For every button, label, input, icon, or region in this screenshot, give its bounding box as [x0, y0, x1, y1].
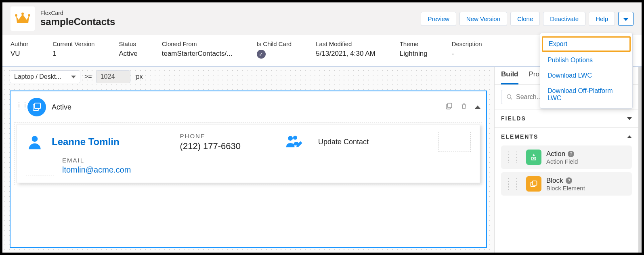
svg-point-7 [32, 136, 38, 142]
phone-value: (212) 177-6630 [180, 141, 241, 152]
canvas-area: Laptop / Deskt... >= px ⋮⋮⋮⋮ Active [2, 67, 494, 253]
meta-child-label: Is Child Card [257, 40, 292, 47]
meta-status-value: Active [119, 50, 137, 58]
svg-point-1 [21, 13, 24, 15]
placeholder-slot[interactable] [438, 132, 471, 152]
state-label: Active [52, 103, 439, 112]
svg-point-0 [15, 14, 17, 17]
element-subtitle: Action Field [546, 158, 578, 165]
cards-icon [32, 102, 42, 112]
canvas-toolbar: Laptop / Deskt... >= px [2, 67, 494, 86]
block-icon [526, 176, 541, 192]
app-icon [10, 6, 35, 31]
chevron-up-icon [627, 135, 632, 138]
meta-version-label: Current Version [52, 40, 94, 47]
clone-button[interactable]: Clone [510, 12, 540, 26]
update-contact-label[interactable]: Update Contact [318, 138, 369, 146]
element-item-block[interactable]: ⋮⋮⋮⋮⋮⋮ Block? Block Element [501, 172, 632, 196]
meta-modified-label: Last Modified [316, 40, 375, 47]
meta-theme-label: Theme [400, 40, 428, 47]
fields-section-header[interactable]: FIELDS [495, 109, 638, 127]
card-outline[interactable]: Leanne Tomlin PHONE (212) 177-6630 Updat… [15, 122, 482, 185]
header-bar: FlexCard sampleContacts Preview New Vers… [2, 2, 642, 35]
meta-cloned-value: teamStarterContacts/... [162, 50, 233, 58]
element-title: Action [546, 150, 565, 158]
contacts-edit-icon [285, 134, 303, 150]
chevron-down-icon [71, 76, 76, 78]
preview-button[interactable]: Preview [421, 12, 456, 26]
chevron-down-icon [627, 117, 632, 120]
drag-handle-icon[interactable]: ⋮⋮⋮⋮⋮⋮ [505, 153, 521, 162]
element-title: Block [546, 177, 563, 185]
menu-item-download-off-platform[interactable]: Download Off-Platform LWC [540, 83, 632, 106]
meta-status-label: Status [119, 40, 137, 47]
svg-point-12 [533, 158, 534, 159]
card-content: Leanne Tomlin PHONE (212) 177-6630 Updat… [17, 124, 480, 183]
meta-author-value: VU [10, 50, 28, 58]
placeholder-slot[interactable] [26, 157, 54, 175]
svg-point-9 [293, 136, 297, 140]
meta-cloned-label: Cloned From [162, 40, 233, 47]
help-icon[interactable]: ? [566, 177, 572, 184]
menu-item-export[interactable]: Export [542, 36, 631, 52]
device-selector[interactable]: Laptop / Deskt... [10, 70, 80, 83]
email-label: EMAIL [62, 157, 131, 164]
state-icon [27, 98, 46, 116]
elements-section-title: ELEMENTS [501, 133, 538, 140]
element-item-action[interactable]: ⋮⋮⋮⋮⋮⋮ Action? Action Field [501, 145, 632, 169]
state-bar: ⋮⋮⋮⋮ Active [15, 95, 482, 122]
svg-rect-14 [533, 181, 537, 185]
meta-desc-label: Description [452, 40, 482, 47]
drag-handle-icon[interactable]: ⋮⋮⋮⋮⋮⋮ [505, 180, 521, 188]
fields-section-title: FIELDS [501, 115, 526, 122]
svg-point-8 [288, 136, 293, 141]
delete-state-icon[interactable] [460, 102, 468, 112]
meta-desc-value: - [452, 50, 482, 58]
svg-rect-4 [35, 103, 40, 109]
drag-handle-icon[interactable]: ⋮⋮⋮⋮ [16, 103, 22, 111]
meta-theme-value: Lightning [400, 50, 428, 58]
deactivate-button[interactable]: Deactivate [543, 12, 585, 26]
page-title: sampleContacts [40, 16, 115, 27]
svg-rect-6 [448, 103, 452, 107]
svg-point-10 [507, 95, 511, 98]
person-icon [26, 133, 44, 151]
page-subtitle: FlexCard [40, 10, 115, 16]
meta-child-value: ✓ [257, 50, 292, 59]
clone-state-icon[interactable] [445, 102, 453, 112]
menu-item-download-lwc[interactable]: Download LWC [540, 68, 632, 83]
canvas-frame[interactable]: ⋮⋮⋮⋮ Active Leanne Tom [10, 91, 487, 248]
new-version-button[interactable]: New Version [459, 12, 507, 26]
meta-author-label: Author [10, 40, 28, 47]
help-icon[interactable]: ? [568, 151, 574, 157]
caret-down-icon [623, 18, 628, 21]
phone-label: PHONE [180, 133, 241, 139]
svg-point-2 [28, 14, 30, 17]
help-button[interactable]: Help [589, 12, 615, 26]
action-icon [526, 150, 541, 165]
meta-modified-value: 5/13/2021, 4:30 AM [316, 50, 375, 58]
width-input[interactable] [96, 70, 130, 83]
svg-line-11 [510, 98, 512, 99]
collapse-state-icon[interactable] [475, 105, 480, 109]
contact-name[interactable]: Leanne Tomlin [52, 136, 120, 148]
width-unit: px [136, 73, 143, 80]
tab-build[interactable]: Build [501, 70, 518, 84]
width-operator: >= [84, 73, 92, 80]
elements-section-header[interactable]: ELEMENTS [495, 127, 638, 145]
overflow-dropdown: Export Publish Options Download LWC Down… [540, 33, 633, 109]
meta-version-value: 1 [52, 50, 94, 58]
element-subtitle: Block Element [546, 185, 585, 192]
menu-item-publish-options[interactable]: Publish Options [540, 53, 632, 68]
device-selector-label: Laptop / Deskt... [14, 73, 61, 80]
check-icon: ✓ [257, 50, 266, 59]
search-icon [506, 94, 513, 100]
overflow-menu-button[interactable] [618, 12, 634, 26]
crown-icon [15, 13, 31, 25]
email-value[interactable]: ltomlin@acme.com [62, 165, 131, 175]
